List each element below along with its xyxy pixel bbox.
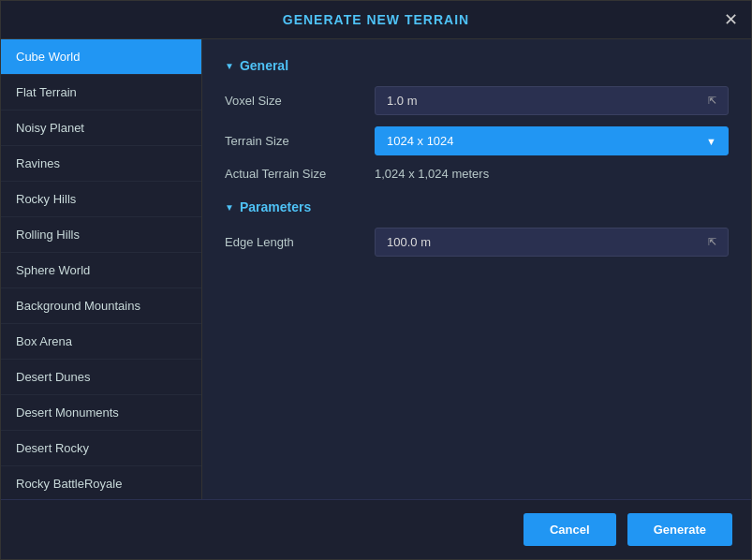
cancel-button[interactable]: Cancel — [523, 513, 616, 546]
voxel-size-expand-icon: ⇱ — [708, 95, 716, 107]
parameters-chevron-icon: ▼ — [225, 202, 234, 213]
voxel-size-field[interactable]: 1.0 m ⇱ — [375, 86, 729, 115]
general-section: ▼ General Voxel Size 1.0 m ⇱ Terrain Siz… — [225, 58, 729, 181]
parameters-section-header: ▼ Parameters — [225, 199, 729, 214]
edge-length-field[interactable]: 100.0 m ⇱ — [375, 228, 729, 257]
sidebar-item-cube-world[interactable]: Cube World — [1, 39, 201, 75]
voxel-size-row: Voxel Size 1.0 m ⇱ — [225, 86, 729, 115]
sidebar-item-rocky-battleroyale[interactable]: Rocky BattleRoyale — [1, 466, 201, 499]
terrain-settings-panel: ▼ General Voxel Size 1.0 m ⇱ Terrain Siz… — [202, 39, 751, 499]
dialog-body: Cube WorldFlat TerrainNoisy PlanetRavine… — [1, 39, 751, 499]
sidebar-item-desert-rocky[interactable]: Desert Rocky — [1, 431, 201, 466]
sidebar-item-rocky-hills[interactable]: Rocky Hills — [1, 182, 201, 217]
dialog-footer: Cancel Generate — [1, 499, 751, 559]
actual-terrain-size-label: Actual Terrain Size — [225, 167, 375, 181]
parameters-section: ▼ Parameters Edge Length 100.0 m ⇱ — [225, 199, 729, 257]
sidebar-item-ravines[interactable]: Ravines — [1, 146, 201, 182]
terrain-size-dropdown-icon: ▼ — [706, 136, 716, 147]
generate-button[interactable]: Generate — [627, 513, 732, 546]
voxel-size-label: Voxel Size — [225, 94, 375, 108]
terrain-size-label: Terrain Size — [225, 134, 375, 148]
voxel-size-value: 1.0 m — [387, 94, 418, 108]
general-section-label: General — [240, 58, 288, 73]
terrain-type-list: Cube WorldFlat TerrainNoisy PlanetRavine… — [1, 39, 202, 499]
edge-length-row: Edge Length 100.0 m ⇱ — [225, 228, 729, 257]
parameters-section-label: Parameters — [240, 199, 311, 214]
edge-length-label: Edge Length — [225, 235, 375, 249]
dialog-header: GENERATE NEW TERRAIN ✕ — [1, 1, 751, 39]
terrain-size-row: Terrain Size 1024 x 1024 ▼ — [225, 126, 729, 155]
edge-length-expand-icon: ⇱ — [708, 236, 716, 248]
sidebar-item-desert-monuments[interactable]: Desert Monuments — [1, 395, 201, 431]
sidebar-item-rolling-hills[interactable]: Rolling Hills — [1, 217, 201, 253]
edge-length-value: 100.0 m — [387, 235, 431, 249]
terrain-size-value: 1024 x 1024 — [387, 134, 454, 148]
generate-terrain-dialog: GENERATE NEW TERRAIN ✕ Cube WorldFlat Te… — [0, 0, 752, 560]
sidebar-item-noisy-planet[interactable]: Noisy Planet — [1, 111, 201, 146]
general-section-header: ▼ General — [225, 58, 729, 73]
sidebar-item-sphere-world[interactable]: Sphere World — [1, 253, 201, 288]
dialog-title: GENERATE NEW TERRAIN — [283, 12, 469, 27]
general-chevron-icon: ▼ — [225, 61, 234, 71]
actual-terrain-size-row: Actual Terrain Size 1,024 x 1,024 meters — [225, 167, 729, 181]
terrain-size-dropdown[interactable]: 1024 x 1024 ▼ — [375, 126, 729, 155]
sidebar-item-box-arena[interactable]: Box Arena — [1, 324, 201, 360]
actual-terrain-size-value: 1,024 x 1,024 meters — [375, 167, 489, 181]
close-button[interactable]: ✕ — [724, 11, 738, 28]
sidebar-item-desert-dunes[interactable]: Desert Dunes — [1, 360, 201, 395]
sidebar-item-flat-terrain[interactable]: Flat Terrain — [1, 75, 201, 111]
sidebar-item-background-mountains[interactable]: Background Mountains — [1, 288, 201, 324]
